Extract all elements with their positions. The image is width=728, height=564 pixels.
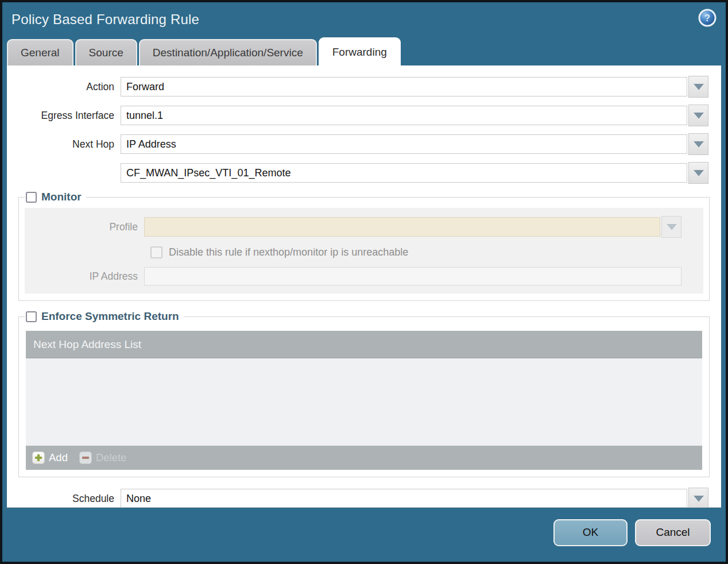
profile-select (144, 216, 681, 238)
dialog-footer: OK Cancel (2, 508, 726, 562)
monitor-legend: Monitor (25, 191, 86, 203)
dialog-title: Policy Based Forwarding Rule (11, 11, 199, 28)
monitor-legend-label: Monitor (41, 191, 82, 203)
schedule-row: Schedule None (7, 488, 708, 508)
next-hop-dropdown-button[interactable] (688, 133, 708, 155)
profile-value[interactable] (144, 217, 660, 237)
schedule-label: Schedule (7, 493, 121, 505)
next-hop-address-list-table: Next Hop Address List Add Delete (26, 331, 702, 470)
schedule-dropdown-button[interactable] (688, 488, 708, 508)
svg-text:?: ? (704, 13, 710, 23)
monitor-fieldset: Monitor Profile Disable this rule if nex… (18, 191, 710, 301)
next-hop-type-select: IP Address (121, 133, 708, 155)
egress-interface-row: Egress Interface tunnel.1 (7, 105, 708, 126)
monitor-ip-address-input[interactable] (144, 267, 681, 285)
chevron-down-icon (694, 84, 704, 90)
disable-rule-label: Disable this rule if nexthop/monitor ip … (169, 246, 408, 258)
tab-destination-application-service[interactable]: Destination/Application/Service (139, 39, 317, 65)
next-hop-type-value[interactable]: IP Address (121, 134, 687, 154)
delete-button[interactable]: Delete (79, 451, 126, 464)
ok-button[interactable]: OK (553, 519, 628, 546)
monitor-ip-address-field-wrap (144, 267, 681, 285)
profile-row: Profile (25, 216, 681, 238)
action-row: Action Forward (7, 76, 708, 98)
schedule-value[interactable]: None (121, 489, 687, 508)
tab-source[interactable]: Source (75, 39, 137, 65)
add-button[interactable]: Add (32, 451, 68, 464)
symmetric-return-legend: Enforce Symmetric Return (25, 310, 184, 323)
add-button-label: Add (49, 451, 68, 464)
next-hop-address-list-toolbar: Add Delete (26, 446, 702, 470)
next-hop-row: Next Hop IP Address (7, 133, 708, 155)
profile-label: Profile (25, 221, 144, 233)
next-hop-address-select: CF_MWAN_IPsec_VTI_01_Remote (121, 162, 708, 184)
disable-rule-row: Disable this rule if nexthop/monitor ip … (150, 246, 696, 258)
profile-dropdown-button[interactable] (661, 216, 681, 238)
monitor-checkbox[interactable] (26, 192, 37, 203)
next-hop-address-row: CF_MWAN_IPsec_VTI_01_Remote (7, 162, 708, 184)
symmetric-return-legend-label: Enforce Symmetric Return (41, 310, 179, 323)
title-bar: Policy Based Forwarding Rule ? (2, 2, 726, 37)
disable-rule-checkbox[interactable] (150, 246, 162, 258)
pbf-rule-dialog: Policy Based Forwarding Rule ? General S… (0, 0, 728, 564)
monitor-panel: Profile Disable this rule if nexthop/mon… (25, 208, 703, 293)
next-hop-address-list-header: Next Hop Address List (26, 331, 702, 358)
symmetric-return-fieldset: Enforce Symmetric Return Next Hop Addres… (18, 310, 710, 477)
help-icon[interactable]: ? (698, 9, 717, 27)
minus-icon (79, 451, 92, 464)
chevron-down-icon (694, 141, 704, 148)
forwarding-tab-panel: Action Forward Egress Interface tunnel.1… (7, 65, 721, 508)
monitor-ip-address-label: IP Address (25, 271, 144, 283)
egress-interface-value[interactable]: tunnel.1 (121, 106, 687, 125)
monitor-ip-address-row: IP Address (25, 267, 681, 285)
action-select: Forward (121, 76, 708, 98)
delete-button-label: Delete (96, 451, 126, 464)
tab-bar: General Source Destination/Application/S… (2, 37, 726, 65)
chevron-down-icon (667, 224, 677, 230)
chevron-down-icon (694, 113, 704, 119)
egress-interface-label: Egress Interface (7, 110, 121, 122)
egress-interface-select: tunnel.1 (121, 105, 708, 126)
enforce-symmetric-return-checkbox[interactable] (26, 311, 37, 322)
chevron-down-icon (694, 170, 704, 176)
action-label: Action (7, 81, 121, 93)
egress-interface-dropdown-button[interactable] (688, 105, 708, 126)
next-hop-label: Next Hop (7, 138, 121, 150)
schedule-select: None (121, 488, 708, 508)
tab-forwarding[interactable]: Forwarding (319, 37, 401, 65)
plus-icon (32, 451, 45, 464)
next-hop-address-dropdown-button[interactable] (688, 162, 708, 184)
next-hop-address-list-body[interactable] (26, 358, 702, 446)
chevron-down-icon (694, 496, 704, 502)
action-dropdown-button[interactable] (688, 76, 708, 98)
action-value[interactable]: Forward (121, 77, 687, 96)
tab-general[interactable]: General (7, 39, 73, 65)
next-hop-address-value[interactable]: CF_MWAN_IPsec_VTI_01_Remote (121, 163, 687, 183)
cancel-button[interactable]: Cancel (635, 519, 711, 546)
